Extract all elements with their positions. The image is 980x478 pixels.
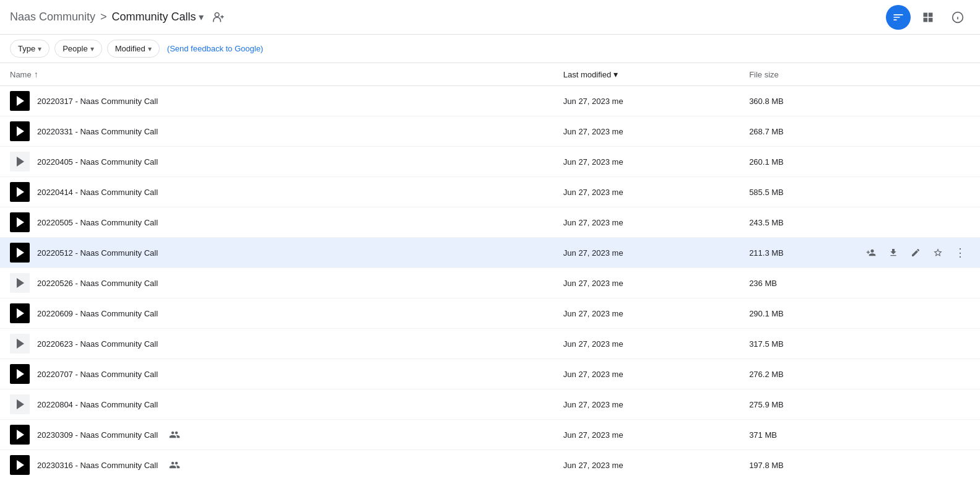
add-person-button[interactable] bbox=[861, 243, 881, 263]
add-person-button[interactable] bbox=[861, 273, 881, 293]
file-name-cell: 20230316 - Naas Community Call bbox=[10, 455, 544, 475]
download-button[interactable] bbox=[883, 182, 903, 202]
star-button[interactable] bbox=[928, 303, 948, 323]
table-row: 20230316 - Naas Community CallJun 27, 20… bbox=[0, 450, 980, 479]
modified-filter-label: Modified bbox=[115, 44, 145, 53]
star-button[interactable] bbox=[928, 212, 948, 232]
file-name[interactable]: 20220526 - Naas Community Call bbox=[37, 279, 158, 288]
file-name[interactable]: 20220405 - Naas Community Call bbox=[37, 157, 158, 167]
edit-button[interactable] bbox=[906, 273, 926, 293]
download-button[interactable] bbox=[883, 394, 903, 414]
edit-button[interactable] bbox=[906, 243, 926, 263]
filter-list-button[interactable] bbox=[886, 5, 911, 30]
add-person-button[interactable] bbox=[861, 91, 881, 111]
add-person-button[interactable] bbox=[861, 212, 881, 232]
file-name[interactable]: 20220317 - Naas Community Call bbox=[37, 97, 158, 106]
breadcrumb-current[interactable]: Community Calls ▾ bbox=[112, 11, 204, 24]
more-options-button[interactable]: ⋮ bbox=[950, 425, 970, 445]
add-person-button[interactable] bbox=[861, 394, 881, 414]
star-button[interactable] bbox=[928, 334, 948, 354]
file-name[interactable]: 20220707 - Naas Community Call bbox=[37, 370, 158, 379]
grid-view-button[interactable] bbox=[916, 5, 940, 30]
more-options-button[interactable]: ⋮ bbox=[950, 212, 970, 232]
download-button[interactable] bbox=[883, 455, 903, 475]
download-button[interactable] bbox=[883, 334, 903, 354]
star-button[interactable] bbox=[928, 273, 948, 293]
add-person-button[interactable] bbox=[861, 455, 881, 475]
edit-button[interactable] bbox=[906, 364, 926, 384]
more-options-button[interactable]: ⋮ bbox=[950, 121, 970, 141]
file-name[interactable]: 20220512 - Naas Community Call bbox=[37, 248, 158, 258]
breadcrumb-root[interactable]: Naas Community bbox=[10, 11, 95, 24]
add-person-button[interactable] bbox=[861, 121, 881, 141]
download-button[interactable] bbox=[883, 121, 903, 141]
more-options-button[interactable]: ⋮ bbox=[950, 182, 970, 202]
header-left: Naas Community > Community Calls ▾ bbox=[10, 7, 228, 27]
edit-button[interactable] bbox=[906, 455, 926, 475]
download-button[interactable] bbox=[883, 243, 903, 263]
edit-button[interactable] bbox=[906, 334, 926, 354]
star-button[interactable] bbox=[928, 364, 948, 384]
download-button[interactable] bbox=[883, 303, 903, 323]
star-button[interactable] bbox=[928, 425, 948, 445]
edit-button[interactable] bbox=[906, 121, 926, 141]
more-options-button[interactable]: ⋮ bbox=[950, 394, 970, 414]
more-options-button[interactable]: ⋮ bbox=[950, 243, 970, 263]
file-name[interactable]: 20220609 - Naas Community Call bbox=[37, 309, 158, 318]
add-person-button[interactable] bbox=[861, 182, 881, 202]
download-button[interactable] bbox=[883, 212, 903, 232]
file-name[interactable]: 20230316 - Naas Community Call bbox=[37, 461, 158, 470]
people-filter-chip[interactable]: People ▾ bbox=[54, 40, 102, 58]
file-size: 268.7 MB bbox=[739, 116, 851, 147]
edit-button[interactable] bbox=[906, 394, 926, 414]
add-person-button[interactable] bbox=[861, 334, 881, 354]
star-button[interactable] bbox=[928, 152, 948, 172]
edit-button[interactable] bbox=[906, 212, 926, 232]
add-person-button[interactable] bbox=[861, 152, 881, 172]
table-row: 20220623 - Naas Community CallJun 27, 20… bbox=[0, 329, 980, 359]
more-options-button[interactable]: ⋮ bbox=[950, 303, 970, 323]
star-button[interactable] bbox=[928, 243, 948, 263]
star-button[interactable] bbox=[928, 455, 948, 475]
star-button[interactable] bbox=[928, 121, 948, 141]
file-name[interactable]: 20220804 - Naas Community Call bbox=[37, 400, 158, 409]
star-button[interactable] bbox=[928, 91, 948, 111]
file-type-icon bbox=[10, 425, 30, 445]
edit-button[interactable] bbox=[906, 425, 926, 445]
edit-button[interactable] bbox=[906, 182, 926, 202]
edit-button[interactable] bbox=[906, 303, 926, 323]
more-options-button[interactable]: ⋮ bbox=[950, 91, 970, 111]
file-name[interactable]: 20230309 - Naas Community Call bbox=[37, 430, 158, 440]
more-options-button[interactable]: ⋮ bbox=[950, 273, 970, 293]
download-button[interactable] bbox=[883, 91, 903, 111]
file-actions: ⋮ bbox=[861, 243, 970, 263]
table-header-row: Name ↑ Last modified ▾ File size bbox=[0, 63, 980, 86]
file-name[interactable]: 20220623 - Naas Community Call bbox=[37, 339, 158, 349]
star-button[interactable] bbox=[928, 182, 948, 202]
modified-filter-chip[interactable]: Modified ▾ bbox=[107, 40, 160, 58]
file-name[interactable]: 20220331 - Naas Community Call bbox=[37, 127, 158, 136]
download-button[interactable] bbox=[883, 364, 903, 384]
download-button[interactable] bbox=[883, 152, 903, 172]
edit-button[interactable] bbox=[906, 91, 926, 111]
modified-sort-button[interactable]: Last modified ▾ bbox=[563, 69, 729, 79]
more-options-button[interactable]: ⋮ bbox=[950, 364, 970, 384]
edit-button[interactable] bbox=[906, 152, 926, 172]
download-button[interactable] bbox=[883, 273, 903, 293]
star-button[interactable] bbox=[928, 394, 948, 414]
add-person-button[interactable] bbox=[861, 364, 881, 384]
file-name-cell: 20220623 - Naas Community Call bbox=[10, 334, 544, 354]
more-options-button[interactable]: ⋮ bbox=[950, 455, 970, 475]
add-person-button[interactable] bbox=[861, 425, 881, 445]
file-name[interactable]: 20220414 - Naas Community Call bbox=[37, 188, 158, 197]
more-options-button[interactable]: ⋮ bbox=[950, 152, 970, 172]
more-options-button[interactable]: ⋮ bbox=[950, 334, 970, 354]
feedback-link[interactable]: (Send feedback to Google) bbox=[167, 44, 263, 53]
type-filter-chip[interactable]: Type ▾ bbox=[10, 40, 50, 58]
manage-people-button[interactable] bbox=[209, 7, 228, 27]
download-button[interactable] bbox=[883, 425, 903, 445]
file-name[interactable]: 20220505 - Naas Community Call bbox=[37, 218, 158, 227]
add-person-button[interactable] bbox=[861, 303, 881, 323]
name-sort-button[interactable]: Name ↑ bbox=[10, 69, 544, 79]
info-button[interactable] bbox=[945, 5, 970, 30]
